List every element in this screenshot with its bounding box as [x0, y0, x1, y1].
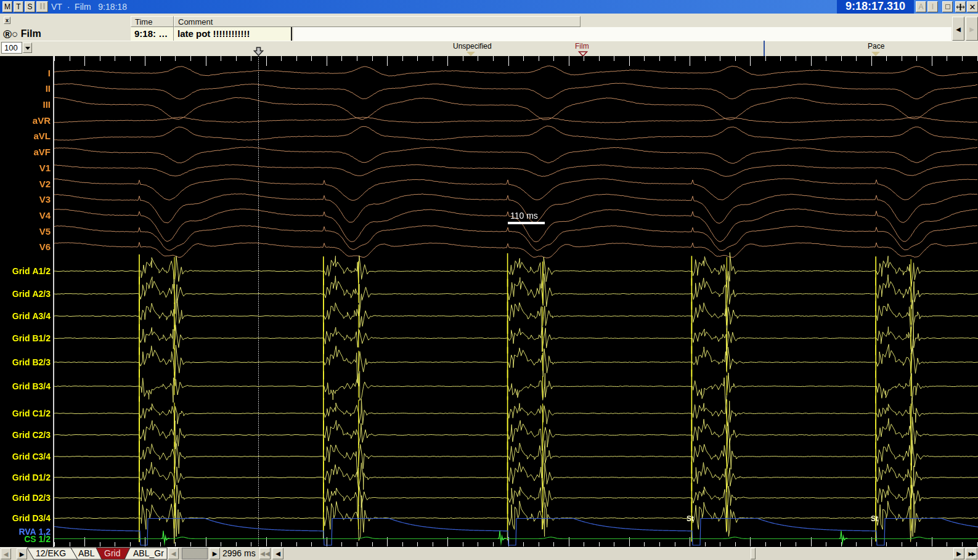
svg-text:12/EKG: 12/EKG [36, 548, 66, 558]
svg-text:ABL: ABL [78, 548, 95, 558]
svg-text:ABL_Gr: ABL_Gr [133, 548, 164, 558]
svg-text:Grid: Grid [104, 548, 120, 558]
